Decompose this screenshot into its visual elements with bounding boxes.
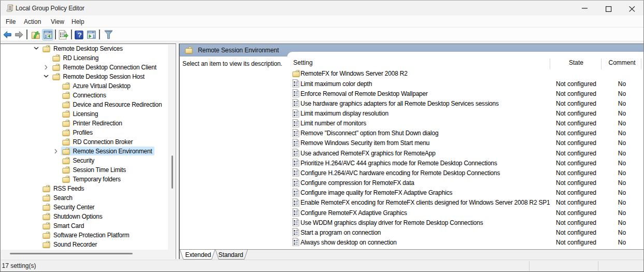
svg-text:?: ? — [77, 31, 81, 39]
svg-text:Standard: Standard — [219, 251, 244, 259]
svg-text:Extended: Extended — [185, 251, 211, 259]
